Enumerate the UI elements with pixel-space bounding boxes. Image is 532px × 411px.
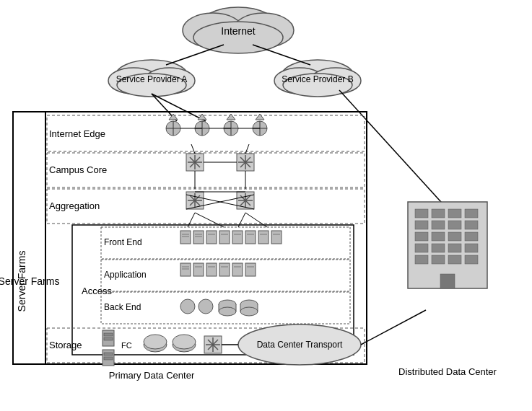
app-servers [180,263,256,276]
svg-rect-114 [465,221,478,229]
core-edge-2 [245,144,249,154]
svg-rect-69 [219,263,230,276]
agg-switch-2 [237,192,254,209]
router-1 [166,114,180,136]
svg-point-79 [180,299,195,314]
svg-rect-111 [415,221,428,229]
svg-rect-66 [180,263,191,276]
svg-rect-113 [448,221,461,229]
application-label: Application [104,270,147,280]
distributed-data-center [408,202,487,288]
svg-rect-119 [415,244,428,252]
svg-marker-19 [198,114,206,120]
campus-core-label: Campus Core [49,164,107,175]
back-end-label: Back End [104,302,141,312]
svg-rect-118 [465,232,478,241]
svg-rect-48 [180,231,191,244]
svg-point-88 [240,307,258,316]
internet-to-spa-line [166,45,224,65]
storage-label: Storage [49,340,82,350]
service-provider-b-label: Service Provider B [282,74,353,84]
svg-rect-126 [465,255,478,264]
svg-marker-15 [169,114,178,120]
disk-array-1 [144,335,167,352]
service-provider-a-cloud: Service Provider A [108,60,195,97]
svg-rect-110 [465,209,478,218]
be-switches [180,299,258,316]
main-diagram: Internet Service Provider A Service Prov… [0,0,532,411]
svg-rect-67 [193,263,204,276]
router-4 [253,114,267,136]
campus-switch-1 [186,154,204,171]
disk-array-2 [173,335,196,352]
service-provider-a-label: Service Provider A [116,74,188,84]
campus-switch-2 [237,154,254,171]
svg-rect-109 [448,209,461,218]
svg-rect-92 [104,333,113,336]
internet-cloud: Internet [183,7,294,53]
diagram-container: Internet Service Provider A Service Prov… [0,0,532,411]
svg-rect-96 [104,357,113,360]
access-label: Access [82,286,112,296]
distributed-data-center-label: Distributed Data Center [398,366,497,377]
svg-point-100 [173,335,196,349]
svg-point-83 [219,307,236,316]
internet-to-spb-line [253,45,310,65]
internet-label: Internet [221,25,256,37]
svg-rect-121 [448,244,461,252]
svg-rect-107 [415,209,428,218]
svg-rect-52 [232,231,243,244]
router-3 [224,114,238,136]
agg-switch-1 [186,192,204,209]
svg-point-98 [144,335,167,349]
fe-servers [180,231,282,244]
internet-edge-label: Internet Edge [49,128,105,139]
svg-rect-120 [432,244,445,252]
storage-unit-2 [103,350,114,366]
svg-rect-127 [440,274,455,288]
svg-rect-93 [104,337,113,340]
svg-rect-108 [432,209,445,218]
spa-to-edge-line2 [152,94,206,121]
svg-rect-54 [258,231,269,244]
server-farms-border [13,112,45,364]
transport-to-distributed-line [361,310,426,345]
svg-rect-71 [245,263,256,276]
service-provider-b-cloud: Service Provider B [274,60,361,97]
svg-rect-124 [432,255,445,264]
svg-rect-70 [232,263,243,276]
fc-label: FC [121,341,132,350]
svg-rect-117 [448,232,461,241]
storage-unit-1 [103,330,114,346]
front-end-label: Front End [104,237,142,247]
spb-to-distributed-line [339,90,448,209]
svg-rect-68 [206,263,217,276]
svg-rect-112 [432,221,445,229]
aggregation-label: Aggregation [49,200,100,211]
primary-data-center-label: Primary Data Center [109,370,195,381]
svg-rect-49 [193,231,204,244]
svg-rect-115 [415,232,428,241]
svg-rect-123 [415,255,428,264]
svg-rect-122 [465,244,478,252]
svg-point-80 [199,299,213,314]
svg-rect-55 [271,231,282,244]
svg-marker-23 [227,114,235,120]
svg-rect-50 [206,231,217,244]
svg-marker-27 [256,114,264,120]
svg-rect-116 [432,232,445,241]
svg-rect-95 [104,353,113,355]
storage-switch [204,336,222,353]
data-center-transport-label: Data Center Transport [257,340,343,350]
svg-rect-125 [448,255,461,264]
svg-rect-53 [245,231,256,244]
server-farms-vertical-label: Server Farms [0,275,59,287]
svg-rect-51 [219,231,230,244]
core-edge-1 [191,144,195,154]
